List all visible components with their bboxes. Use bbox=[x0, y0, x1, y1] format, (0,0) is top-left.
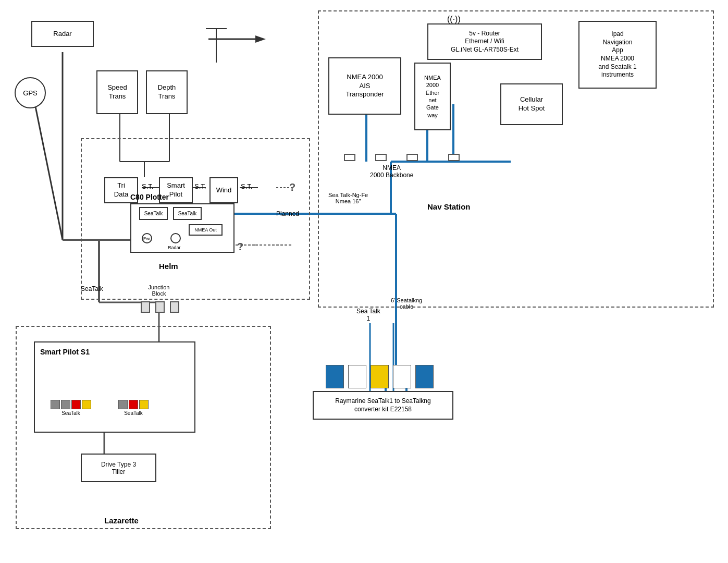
seatalk1-connector: SeaTalk bbox=[139, 207, 168, 220]
conn-red-2 bbox=[129, 400, 138, 409]
router-box: 5v - Router Ethernet / Wifi GL.iNet GL-A… bbox=[427, 23, 542, 60]
seatalk-ng-label: Sea Talk-Ng-Fe Nmea 16" bbox=[328, 192, 368, 204]
conn-gray-2 bbox=[61, 400, 70, 409]
question-2: ? bbox=[237, 241, 243, 253]
pwr-indicator: Pwr bbox=[142, 233, 152, 243]
smart-pilot-s1-label: Smart Pilot S1 bbox=[40, 348, 90, 356]
seatalk-helm-label: SeaTalk bbox=[81, 285, 103, 292]
question-1: ? bbox=[289, 181, 295, 193]
c80-label: C80 Plotter bbox=[130, 193, 169, 201]
radar-box: Radar bbox=[31, 21, 94, 47]
conn-yellow-2 bbox=[139, 400, 149, 409]
st-label-2: S.T. bbox=[194, 182, 206, 190]
radar-indicator bbox=[170, 233, 181, 243]
radar-small-label: Radar bbox=[168, 245, 181, 250]
helm-label: Helm bbox=[159, 262, 178, 271]
conn-red-1 bbox=[71, 400, 81, 409]
nmea2000-ais-box: NMEA 2000 AIS Transponder bbox=[328, 57, 401, 115]
jb-conn-1 bbox=[141, 301, 150, 313]
nmea-gateway-box: NMEA 2000 Ether net Gate way bbox=[414, 63, 451, 130]
wifi-icon: ((·)) bbox=[447, 15, 461, 24]
raymarine-converter-box: Raymarine SeaTalk1 to SeaTalkng converte… bbox=[313, 391, 453, 420]
cellular-box: Cellular Hot Spot bbox=[500, 83, 563, 125]
seatalk-cable-label: 6' Seatalkng cable bbox=[391, 297, 422, 310]
jb-conn-3 bbox=[170, 301, 179, 313]
depth-trans-box: Depth Trans bbox=[146, 70, 188, 114]
nav-station-label: Nav Station bbox=[427, 202, 471, 211]
jb-conn-2 bbox=[155, 301, 165, 313]
lazarette-label: Lazarette bbox=[104, 516, 139, 525]
drive-type-box: Drive Type 3 Tiller bbox=[81, 454, 156, 482]
gps-box: GPS bbox=[15, 77, 46, 108]
conv-conn-blue-2 bbox=[415, 365, 434, 388]
nmea-backbone-label: NMEA 2000 Backbone bbox=[370, 164, 413, 179]
seatalk2-connector: SeaTalk bbox=[173, 207, 202, 220]
ipad-box: Ipad Navigation App NMEA 2000 and Seatal… bbox=[578, 21, 657, 89]
conn-gray-1 bbox=[51, 400, 60, 409]
smart-pilot-s1-box: Smart Pilot S1 SeaTalk SeaTalk bbox=[34, 341, 195, 433]
radar-label: Radar bbox=[53, 30, 71, 39]
conv-conn-white-1 bbox=[348, 365, 366, 388]
st-label-1: S.T. bbox=[142, 182, 153, 190]
converter-connectors bbox=[326, 365, 434, 391]
planned-label: Planned bbox=[276, 210, 299, 217]
st-label-3: S.T. bbox=[241, 182, 252, 190]
seatalk-conn-label-2: SeaTalk bbox=[118, 410, 149, 416]
conv-conn-white-2 bbox=[393, 365, 411, 388]
junction-block-label: Junction Block bbox=[133, 284, 185, 297]
speed-trans-box: Speed Trans bbox=[96, 70, 138, 114]
svg-marker-30 bbox=[255, 35, 266, 43]
wind-box: Wind bbox=[209, 177, 238, 203]
sea-talk-1-label: Sea Talk 1 bbox=[356, 308, 380, 322]
conv-conn-blue-1 bbox=[326, 365, 344, 388]
nmea-out-connector: NMEA Out bbox=[189, 224, 223, 236]
conn-yellow-1 bbox=[82, 400, 91, 409]
c80-plotter-box: SeaTalk SeaTalk NMEA Out Pwr Radar bbox=[130, 203, 235, 253]
seatalk-conn-label-1: SeaTalk bbox=[51, 410, 91, 416]
conn-gray-3 bbox=[118, 400, 128, 409]
svg-line-1 bbox=[32, 91, 63, 240]
conv-conn-yellow bbox=[371, 365, 389, 388]
